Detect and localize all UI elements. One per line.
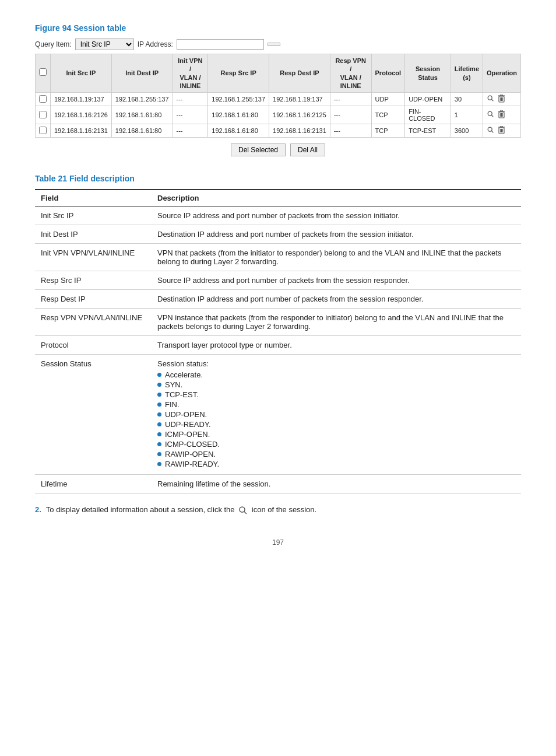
delete-icon[interactable] (498, 97, 505, 104)
row-checkbox (36, 124, 51, 138)
col-protocol: Protocol (371, 54, 405, 93)
col-desc-header: Description (152, 190, 521, 206)
del-selected-button[interactable]: Del Selected (231, 144, 286, 156)
field-desc: Source IP address and port number of pac… (152, 206, 521, 225)
search-icon-inline (238, 506, 248, 515)
ip-address-label: IP Address: (138, 40, 173, 48)
row-resp-vpn: --- (330, 93, 371, 106)
del-all-button[interactable]: Del All (290, 144, 325, 156)
list-item: ICMP-OPEN. (157, 430, 515, 439)
svg-rect-12 (501, 110, 503, 111)
row-init-dest: 192.168.1.255:137 (111, 93, 173, 106)
field-desc-row: Session Status Session status:Accelerate… (35, 355, 521, 475)
query-item-label: Query Item: (35, 40, 72, 48)
field-desc-row: Init Dest IP Destination IP address and … (35, 225, 521, 244)
list-item: RAWIP-OPEN. (157, 450, 515, 459)
row-operation (483, 124, 521, 138)
step-text: To display detailed information about a … (46, 505, 316, 515)
delete-icon[interactable] (498, 128, 505, 135)
row-select-checkbox[interactable] (39, 111, 47, 118)
row-resp-dest: 192.168.1.19:137 (269, 93, 330, 106)
figure-94-section: Figure 94 Session table Query Item: Init… (35, 23, 521, 156)
row-resp-dest: 192.168.1.16:2131 (269, 124, 330, 138)
field-name: Init VPN VPN/VLAN/INLINE (35, 244, 152, 271)
field-desc: Destination IP address and port number o… (152, 225, 521, 244)
row-init-dest: 192.168.1.61:80 (111, 124, 173, 138)
table-title: Table 21 Field description (35, 174, 521, 183)
row-init-src: 192.168.1.16:2126 (51, 106, 112, 124)
col-resp-src: Resp Src IP (208, 54, 269, 93)
row-session-status: UDP-OPEN (405, 93, 451, 106)
row-protocol: UDP (371, 93, 405, 106)
query-bar: Query Item: Init Src IPInit Dest IPResp … (35, 38, 521, 50)
field-desc: VPN that packets (from the initiator to … (152, 244, 521, 271)
table-row: 192.168.1.16:2126192.168.1.61:80---192.1… (36, 106, 521, 124)
col-field-header: Field (35, 190, 152, 206)
query-item-select[interactable]: Init Src IPInit Dest IPResp Src IPResp D… (75, 38, 134, 50)
ip-address-input[interactable] (177, 39, 264, 50)
svg-line-9 (491, 116, 493, 117)
row-init-vpn: --- (173, 93, 208, 106)
row-lifetime: 1 (451, 106, 483, 124)
select-all-checkbox[interactable] (39, 68, 47, 76)
view-icon[interactable] (487, 128, 497, 135)
table-row: 192.168.1.16:2131192.168.1.61:80---192.1… (36, 124, 521, 138)
field-desc: Session status:Accelerate.SYN.TCP-EST.FI… (152, 355, 521, 475)
field-desc-row: Init VPN VPN/VLAN/INLINE VPN that packet… (35, 244, 521, 271)
delete-icon[interactable] (498, 113, 505, 120)
svg-line-25 (244, 512, 247, 514)
field-desc-row: Resp Dest IP Destination IP address and … (35, 290, 521, 309)
view-icon[interactable] (487, 113, 497, 120)
row-resp-vpn: --- (330, 124, 371, 138)
row-protocol: TCP (371, 106, 405, 124)
field-name: Protocol (35, 336, 152, 355)
field-name: Resp VPN VPN/VLAN/INLINE (35, 309, 152, 336)
list-item: UDP-OPEN. (157, 410, 515, 419)
field-desc-row: Resp Src IP Source IP address and port n… (35, 271, 521, 290)
field-name: Init Dest IP (35, 225, 152, 244)
view-icon[interactable] (487, 97, 497, 104)
svg-point-16 (488, 127, 492, 131)
list-item: ICMP-CLOSED. (157, 440, 515, 449)
row-checkbox (36, 106, 51, 124)
row-resp-dest: 192.168.1.16:2125 (269, 106, 330, 124)
field-name: Resp Src IP (35, 271, 152, 290)
button-row: Del Selected Del All (35, 144, 521, 156)
col-resp-vpn: Resp VPN /VLAN /INLINE (330, 54, 371, 93)
field-name: Lifetime (35, 475, 152, 494)
col-operation: Operation (483, 54, 521, 93)
svg-point-24 (240, 507, 245, 512)
row-lifetime: 3600 (451, 124, 483, 138)
search-button[interactable] (268, 43, 280, 46)
field-name: Init Src IP (35, 206, 152, 225)
row-operation (483, 93, 521, 106)
col-init-src: Init Src IP (51, 54, 112, 93)
row-resp-src: 192.168.1.61:80 (208, 124, 269, 138)
row-select-checkbox[interactable] (39, 127, 47, 134)
page-number: 197 (35, 538, 521, 547)
field-desc: VPN instance that packets (from the resp… (152, 309, 521, 336)
session-table: Init Src IP Init Dest IP Init VPN /VLAN … (35, 54, 521, 138)
row-checkbox (36, 93, 51, 106)
svg-line-1 (491, 100, 493, 102)
field-desc-row: Resp VPN VPN/VLAN/INLINE VPN instance th… (35, 309, 521, 336)
svg-rect-20 (501, 126, 503, 127)
row-resp-src: 192.168.1.255:137 (208, 93, 269, 106)
step-2: 2. To display detailed information about… (35, 505, 521, 515)
col-session-status: SessionStatus (405, 54, 451, 93)
field-desc: Remaining lifetime of the session. (152, 475, 521, 494)
field-name: Session Status (35, 355, 152, 475)
row-select-checkbox[interactable] (39, 95, 47, 103)
step-number: 2. (35, 505, 41, 514)
list-item: UDP-READY. (157, 420, 515, 429)
figure-title: Figure 94 Session table (35, 23, 521, 33)
row-init-src: 192.168.1.16:2131 (51, 124, 112, 138)
row-protocol: TCP (371, 124, 405, 138)
field-name: Resp Dest IP (35, 290, 152, 309)
row-lifetime: 30 (451, 93, 483, 106)
list-item: Accelerate. (157, 370, 515, 379)
list-item: FIN. (157, 400, 515, 409)
row-resp-vpn: --- (330, 106, 371, 124)
table-21-section: Table 21 Field description Field Descrip… (35, 174, 521, 494)
field-desc: Destination IP address and port number o… (152, 290, 521, 309)
